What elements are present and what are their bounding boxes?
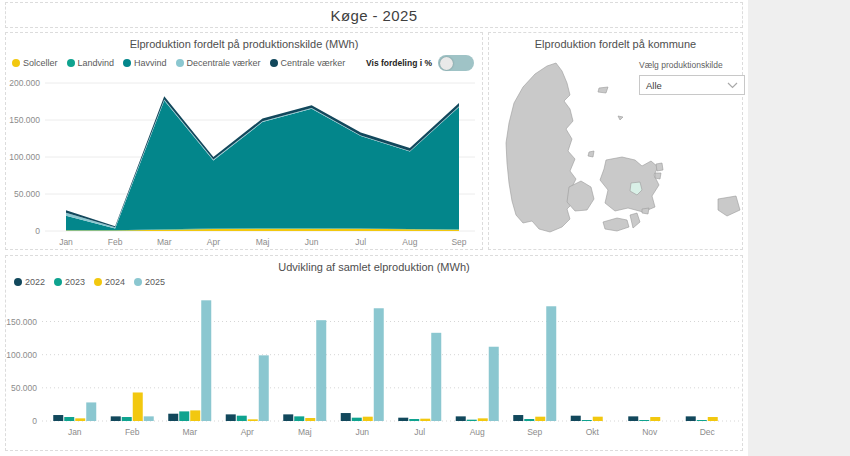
area-chart[interactable]: 050.000100.000150.000200.000JanFebMarApr… [9, 73, 479, 251]
bar-2022-apr[interactable] [226, 414, 236, 421]
legend-label: Decentrale værker [187, 58, 261, 68]
x-axis-tick-label: Apr [207, 237, 220, 247]
bar-2022-dec[interactable] [686, 416, 696, 421]
report-canvas: Køge - 2025 Elproduktion fordelt på prod… [0, 0, 748, 456]
bar-2022-maj[interactable] [283, 414, 293, 421]
bar-2024-nov[interactable] [650, 417, 660, 421]
bar-2023-feb[interactable] [122, 417, 132, 421]
bar-2025-jun[interactable] [374, 308, 384, 421]
municipality-shape-zealand[interactable] [600, 157, 659, 212]
source-chart-legend-row: SolcellerLandvindHavvindDecentrale værke… [6, 50, 482, 71]
municipality-shape-copenhagen[interactable] [655, 173, 661, 179]
bar-2025-maj[interactable] [316, 320, 326, 421]
bar-2025-sep[interactable] [546, 306, 556, 421]
legend-item-landvind[interactable]: Landvind [67, 58, 115, 68]
bar-2025-aug[interactable] [489, 347, 499, 421]
bar-chart[interactable]: 050.000100.000150.000JanFebMarAprMajJunJ… [6, 289, 744, 441]
y-axis-tick-label: 0 [35, 226, 40, 236]
bar-2024-aug[interactable] [478, 418, 488, 421]
bar-2025-feb[interactable] [144, 416, 154, 421]
y-axis-tick-label: 0 [32, 416, 37, 426]
bar-2023-sep[interactable] [524, 419, 534, 421]
legend-item-2023[interactable]: 2023 [54, 277, 85, 287]
bar-2022-jun[interactable] [341, 413, 351, 421]
bar-2024-feb[interactable] [133, 392, 143, 421]
bar-2024-dec[interactable] [708, 417, 718, 421]
municipality-shape-island[interactable] [588, 151, 594, 157]
bar-2022-feb[interactable] [111, 416, 121, 421]
x-axis-tick-label: Maj [256, 237, 270, 247]
bar-2024-okt[interactable] [593, 417, 603, 421]
legend-item-2024[interactable]: 2024 [94, 277, 125, 287]
x-axis-tick-label: Mar [182, 427, 197, 437]
x-axis-tick-label: Jul [414, 427, 425, 437]
bar-2022-mar[interactable] [168, 414, 178, 421]
y-axis-tick-label: 100.000 [9, 152, 40, 162]
legend-dot [123, 59, 131, 67]
legend-item-solceller[interactable]: Solceller [12, 58, 58, 68]
y-axis-tick-label: 200.000 [9, 78, 40, 88]
bar-2022-okt[interactable] [571, 416, 581, 421]
bar-2023-aug[interactable] [467, 420, 477, 421]
municipality-shape-island[interactable] [598, 87, 608, 93]
bar-2023-okt[interactable] [582, 420, 592, 421]
x-axis-tick-label: Feb [125, 427, 140, 437]
legend-dot [12, 59, 20, 67]
bar-2024-jun[interactable] [363, 417, 373, 421]
x-axis-tick-label: Feb [108, 237, 123, 247]
bar-2022-jul[interactable] [398, 418, 408, 421]
percent-toggle-knob [440, 57, 453, 70]
legend-dot [14, 278, 22, 286]
bar-2022-jan[interactable] [53, 415, 63, 421]
bar-2023-jul[interactable] [409, 419, 419, 421]
source-chart-panel: Elproduktion fordelt på produktionskilde… [5, 32, 483, 250]
legend-item-decentrale-værker[interactable]: Decentrale værker [176, 58, 261, 68]
bar-2024-maj[interactable] [305, 418, 315, 421]
bar-2023-maj[interactable] [294, 416, 304, 421]
x-axis-tick-label: Apr [241, 427, 254, 437]
bar-2023-jan[interactable] [64, 417, 74, 421]
trend-legend-row: 2022202320242025 [6, 273, 742, 287]
municipality-shape-falster[interactable] [630, 213, 640, 228]
x-axis-tick-label: Jan [59, 237, 73, 247]
municipality-shape-copenhagen[interactable] [656, 163, 663, 171]
bar-2024-sep[interactable] [535, 417, 545, 421]
bar-2024-jul[interactable] [420, 419, 430, 421]
bar-2024-mar[interactable] [190, 410, 200, 421]
legend-label: 2022 [25, 277, 45, 287]
bar-2024-jan[interactable] [75, 418, 85, 421]
bar-2025-jul[interactable] [431, 333, 441, 421]
bar-2022-nov[interactable] [628, 416, 638, 421]
source-chart-legend: SolcellerLandvindHavvindDecentrale værke… [12, 58, 345, 68]
bar-2024-apr[interactable] [248, 419, 258, 421]
bar-2023-mar[interactable] [179, 411, 189, 421]
bar-2025-jan[interactable] [86, 402, 96, 421]
percent-toggle[interactable] [438, 55, 474, 71]
percent-toggle-label: Vis fordeling i % [366, 58, 432, 68]
legend-item-2022[interactable]: 2022 [14, 277, 45, 287]
legend-item-havvind[interactable]: Havvind [123, 58, 167, 68]
bar-2022-sep[interactable] [513, 415, 523, 421]
municipality-shape-lolland[interactable] [603, 218, 629, 231]
municipality-shape-jutland[interactable] [506, 63, 576, 232]
bar-2025-apr[interactable] [259, 355, 269, 421]
municipality-shape-bornholm[interactable] [718, 196, 740, 216]
legend-label: 2024 [105, 277, 125, 287]
bar-2023-nov[interactable] [639, 420, 649, 421]
legend-label: Landvind [78, 58, 115, 68]
legend-item-2025[interactable]: 2025 [134, 277, 165, 287]
municipality-shape-moen[interactable] [642, 208, 649, 214]
bar-2023-jun[interactable] [352, 418, 362, 421]
bar-2023-dec[interactable] [697, 420, 707, 421]
legend-item-centrale-værker[interactable]: Centrale værker [270, 58, 346, 68]
bar-2022-aug[interactable] [456, 416, 466, 421]
bar-2023-apr[interactable] [237, 416, 247, 421]
legend-label: 2025 [145, 277, 165, 287]
legend-label: Havvind [134, 58, 167, 68]
bar-2025-mar[interactable] [201, 300, 211, 421]
x-axis-tick-label: Mar [157, 237, 172, 247]
y-axis-tick-label: 150.000 [9, 115, 40, 125]
trend-chart-title: Udvikling af samlet elproduktion (MWh) [6, 256, 742, 273]
legend-dot [54, 278, 62, 286]
municipality-shape-island[interactable] [618, 116, 623, 120]
